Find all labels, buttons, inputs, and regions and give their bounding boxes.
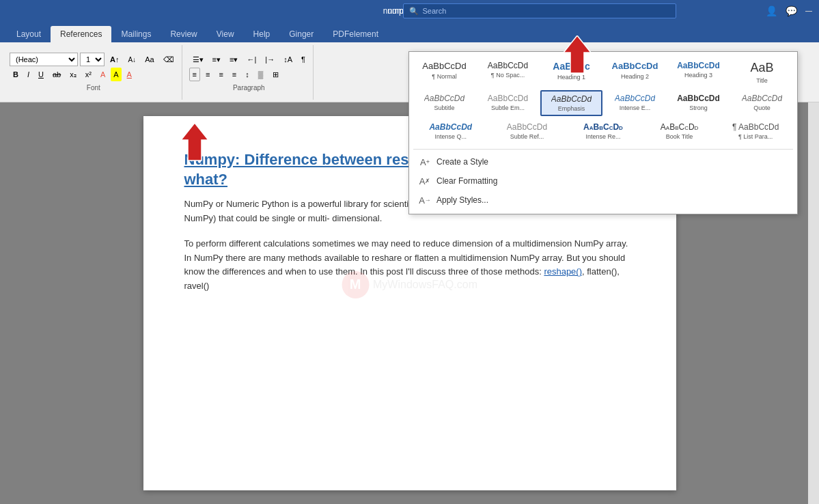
text-effects-btn[interactable]: A <box>97 68 109 81</box>
line-spacing-btn[interactable]: ↕ <box>242 68 253 81</box>
font-style-row: B I U ab x₂ x² A A A <box>10 68 178 81</box>
font-shrink-btn[interactable]: A↓ <box>124 53 139 66</box>
numbering-btn[interactable]: ≡▾ <box>209 53 224 66</box>
font-group: (Heac) 16 A↑ A↓ Aa ⌫ B I U ab x₂ x² A A … <box>5 45 182 100</box>
tab-ginger[interactable]: Ginger <box>279 26 323 42</box>
style-quote[interactable]: AaBbCcDd Quote <box>731 90 793 116</box>
styles-row3: AaBbCcDd Intense Q... AaBbCcDd Subtle Re… <box>413 119 793 143</box>
style-strong[interactable]: AaBbCcDd Strong <box>667 90 730 116</box>
underline-btn[interactable]: U <box>35 68 47 81</box>
borders-btn[interactable]: ⊞ <box>269 68 282 81</box>
style-intense-q[interactable]: AaBbCcDd Intense Q... <box>413 119 488 143</box>
style-intense-ref[interactable]: AaBbCcDd Intense Re... <box>566 119 641 143</box>
style-subtitle[interactable]: AaBbCcDd Subtitle <box>413 90 475 116</box>
font-group-label: Font <box>10 84 178 92</box>
justify-btn[interactable]: ≡ <box>229 68 240 81</box>
style-subtle-em[interactable]: AaBbCcDd Subtle Em... <box>477 90 539 116</box>
svg-marker-1 <box>181 123 208 160</box>
shading-btn[interactable]: ▒ <box>255 68 267 81</box>
sort-btn[interactable]: ↕A <box>280 53 296 66</box>
doc-heading-text: Numpy: Difference between res <box>184 151 409 168</box>
apply-styles-icon: A→ <box>419 194 431 206</box>
title-bar: numpy.docx numpy.docx ▼ 🔍 Search 👤 💬 ─ <box>0 0 819 22</box>
paragraph-group: ☰▾ ≡▾ ≡▾ ←| |→ ↕A ¶ ≡ ≡ ≡ ≡ ↕ ▒ ⊞ Paragr… <box>185 45 314 100</box>
multilevel-btn[interactable]: ≡▾ <box>226 53 241 66</box>
text-highlight-btn[interactable]: A <box>111 68 121 81</box>
style-emphasis[interactable]: AaBbCcDd Emphasis <box>540 90 602 116</box>
search-icon: 🔍 <box>409 7 419 16</box>
scrollbar[interactable] <box>808 102 819 504</box>
tab-review[interactable]: Review <box>161 26 206 42</box>
tab-view[interactable]: View <box>207 26 244 42</box>
comments-icon[interactable]: 💬 <box>786 5 797 16</box>
font-name-select[interactable]: (Heac) <box>10 53 78 66</box>
style-intense-e[interactable]: AaBbCcDd Intense E... <box>604 90 666 116</box>
decrease-indent-btn[interactable]: ←| <box>243 53 260 66</box>
font-grow-btn[interactable]: A↑ <box>107 53 122 66</box>
style-no-space[interactable]: AaBbCcDd ¶ No Spac... <box>477 57 539 87</box>
font-color-btn[interactable]: A <box>124 68 135 81</box>
bold-btn[interactable]: B <box>10 68 22 81</box>
doc-heading-line2: what? <box>184 171 228 188</box>
search-placeholder: Search <box>423 7 447 15</box>
clear-formatting-icon: A✗ <box>419 175 431 187</box>
font-size-select[interactable]: 16 <box>80 53 105 66</box>
svg-marker-0 <box>564 36 591 73</box>
panel-divider <box>413 149 793 150</box>
red-arrow-doc <box>178 123 212 167</box>
show-hide-btn[interactable]: ¶ <box>298 53 309 66</box>
apply-styles-label: Apply Styles... <box>436 195 488 205</box>
search-bar[interactable]: 🔍 Search <box>403 3 676 18</box>
align-center-btn[interactable]: ≡ <box>202 68 213 81</box>
style-book-title[interactable]: AaBbCcDd Book Title <box>642 119 717 143</box>
para-row1: ☰▾ ≡▾ ≡▾ ←| |→ ↕A ¶ <box>189 53 309 66</box>
align-left-btn[interactable]: ≡ <box>189 68 200 81</box>
tab-mailings[interactable]: Mailings <box>111 26 161 42</box>
reshape-link[interactable]: reshape() <box>544 266 582 277</box>
italic-btn[interactable]: I <box>24 68 33 81</box>
strikethrough-btn[interactable]: ab <box>49 68 64 81</box>
style-heading2[interactable]: AaBbCcDd Heading 2 <box>604 57 666 87</box>
align-right-btn[interactable]: ≡ <box>215 68 226 81</box>
clear-formatting-label: Clear Formatting <box>436 176 497 186</box>
style-normal[interactable]: AaBbCcDd ¶ Normal <box>413 57 475 87</box>
tab-references[interactable]: References <box>51 26 111 42</box>
create-style-icon: A+ <box>419 156 431 168</box>
create-style-action[interactable]: A+ Create a Style <box>413 152 793 171</box>
subscript-btn[interactable]: x₂ <box>66 68 80 81</box>
change-case-btn[interactable]: Aa <box>141 53 157 66</box>
tab-layout[interactable]: Layout <box>7 26 51 42</box>
paragraph-group-label: Paragraph <box>189 84 309 92</box>
font-name-row: (Heac) 16 A↑ A↓ Aa ⌫ <box>10 53 178 66</box>
bullets-btn[interactable]: ☰▾ <box>189 53 207 66</box>
clear-format-btn[interactable]: ⌫ <box>160 53 178 66</box>
styles-row1: AaBbCcDd ¶ Normal AaBbCcDd ¶ No Spac... … <box>413 57 793 87</box>
tab-help[interactable]: Help <box>244 26 280 42</box>
styles-row2: AaBbCcDd Subtitle AaBbCcDd Subtle Em... … <box>413 90 793 116</box>
minimize-icon[interactable]: ─ <box>805 5 812 16</box>
clear-formatting-action[interactable]: A✗ Clear Formatting <box>413 171 793 191</box>
doc-paragraph2: To perform different calculations someti… <box>184 237 635 294</box>
create-style-label: Create a Style <box>436 157 488 167</box>
ribbon-tabs: Layout References Mailings Review View H… <box>0 22 819 42</box>
style-title[interactable]: AaB Title <box>731 57 793 87</box>
increase-indent-btn[interactable]: |→ <box>262 53 278 66</box>
red-arrow-top <box>560 36 594 79</box>
style-subtle-ref[interactable]: AaBbCcDd Subtle Ref... <box>490 119 565 143</box>
styles-panel: AaBbCcDd ¶ Normal AaBbCcDd ¶ No Spac... … <box>408 51 798 214</box>
para-row2: ≡ ≡ ≡ ≡ ↕ ▒ ⊞ <box>189 68 309 81</box>
title-bar-right: 👤 💬 ─ <box>766 0 812 22</box>
share-icon[interactable]: 👤 <box>766 5 777 16</box>
style-list-para[interactable]: ¶ AaBbCcDd ¶ List Para... <box>718 119 793 143</box>
apply-styles-action[interactable]: A→ Apply Styles... <box>413 191 793 210</box>
style-heading3[interactable]: AaBbCcDd Heading 3 <box>667 57 730 87</box>
tab-pdfelement[interactable]: PDFelement <box>323 26 388 42</box>
superscript-btn[interactable]: x² <box>82 68 95 81</box>
